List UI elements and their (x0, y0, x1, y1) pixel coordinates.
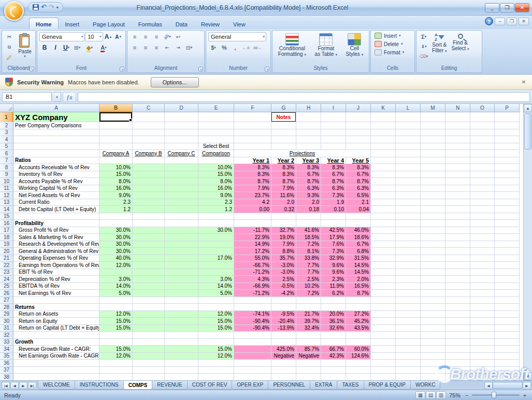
undo-icon[interactable]: ↶ (41, 4, 47, 10)
column-header-G[interactable]: G (271, 104, 296, 112)
cell-D17[interactable] (165, 227, 198, 234)
cell-J25[interactable]: 16.5% (346, 283, 371, 290)
cell-D30[interactable] (165, 318, 198, 325)
zoom-level[interactable]: 75% (449, 392, 461, 398)
cell-D27[interactable] (165, 297, 198, 304)
cell-J19[interactable]: 6.7% (346, 241, 371, 248)
merge-center-icon[interactable]: ⊟▾ (184, 43, 194, 52)
cell-F8[interactable]: 8.3% (234, 164, 271, 171)
cell-E8[interactable]: 10.0% (198, 164, 234, 171)
cell-B23[interactable] (99, 269, 133, 276)
cell-I5[interactable] (321, 143, 346, 151)
cell-K17[interactable] (371, 227, 396, 234)
cell-P1[interactable] (495, 112, 520, 122)
cell-L34[interactable] (396, 346, 421, 353)
cell-G11[interactable]: 7.9% (271, 185, 296, 192)
cell-G12[interactable]: 11.6% (271, 192, 296, 199)
cell-O1[interactable] (470, 112, 495, 122)
cell-N28[interactable] (445, 304, 470, 311)
cell-E23[interactable] (198, 269, 234, 276)
cell-B2[interactable] (99, 122, 133, 129)
cell-E5[interactable]: Select Best (198, 143, 234, 151)
cell-O30[interactable] (470, 318, 495, 325)
cell-D26[interactable] (165, 290, 198, 297)
cell-G14[interactable]: 0.32 (271, 206, 296, 213)
cell-N35[interactable] (445, 353, 470, 360)
cell-D34[interactable] (165, 346, 198, 353)
cell-K32[interactable] (371, 332, 396, 339)
align-bottom-icon[interactable]: ≡ (151, 32, 162, 41)
cell-M3[interactable] (421, 129, 445, 137)
cell-D32[interactable] (165, 332, 198, 339)
cell-N15[interactable] (445, 213, 470, 220)
column-header-M[interactable]: M (421, 104, 445, 112)
cell-C25[interactable] (133, 283, 165, 290)
cell-I13[interactable]: 1.9 (321, 199, 346, 206)
cell-O34[interactable] (470, 346, 495, 353)
cell-D36[interactable] (165, 360, 198, 367)
last-sheet-icon[interactable]: ▶| (28, 382, 36, 389)
cell-E24[interactable]: 3.0% (198, 276, 234, 283)
cell-H32[interactable] (296, 332, 321, 339)
cell-J38[interactable] (346, 374, 371, 380)
cell-B15[interactable] (99, 213, 133, 220)
decrease-decimal-icon[interactable]: .00→ (252, 43, 262, 52)
cell-C21[interactable] (133, 255, 165, 262)
cell-F14[interactable]: 0.00 (234, 206, 271, 213)
cell-H37[interactable] (296, 367, 321, 374)
cell-N1[interactable] (445, 112, 470, 122)
cell-E35[interactable]: 12.0% (198, 353, 234, 360)
cell-O4[interactable] (470, 136, 495, 143)
cell-H3[interactable] (296, 129, 321, 137)
cell-G13[interactable]: 2.0 (271, 199, 296, 206)
cell-B10[interactable]: 8.0% (99, 178, 133, 185)
cell-B25[interactable]: 14.0% (99, 283, 133, 290)
cell-E19[interactable] (198, 241, 234, 248)
cell-E21[interactable]: 17.0% (198, 255, 234, 262)
cell-I17[interactable]: 42.5% (321, 227, 346, 234)
cell-D21[interactable] (165, 255, 198, 262)
cell-O20[interactable] (470, 248, 495, 255)
sheet-tab-workc[interactable]: WORKC (410, 381, 440, 390)
cell-C4[interactable] (133, 136, 165, 143)
cell-D1[interactable] (165, 112, 198, 122)
cell-D11[interactable] (165, 185, 198, 192)
cell-F27[interactable] (234, 297, 271, 304)
cell-I32[interactable] (321, 332, 346, 339)
cell-O24[interactable] (470, 276, 495, 283)
cell-B35[interactable]: 12.0% (99, 353, 133, 360)
copy-icon[interactable]: ⧉ (4, 42, 15, 52)
cell-E15[interactable] (198, 213, 234, 220)
cell-A37[interactable] (13, 367, 99, 374)
cell-M19[interactable] (421, 241, 445, 248)
number-dialog-launcher-icon[interactable]: ↘ (265, 67, 269, 71)
cell-L17[interactable] (396, 227, 421, 234)
cell-G35[interactable]: Negative (271, 353, 296, 360)
cell-E6[interactable]: Comparison (198, 150, 234, 157)
cell-L4[interactable] (396, 136, 421, 143)
cell-N17[interactable] (445, 227, 470, 234)
cell-B18[interactable]: 30.0% (99, 234, 133, 241)
next-sheet-icon[interactable]: ▶ (19, 382, 27, 389)
cell-H28[interactable] (296, 304, 321, 311)
cell-G25[interactable]: -0.5% (271, 283, 296, 290)
cell-K35[interactable] (371, 353, 396, 360)
cell-K16[interactable] (371, 220, 396, 227)
cell-M32[interactable] (421, 332, 445, 339)
cell-F19[interactable]: 14.9% (234, 241, 271, 248)
cell-C29[interactable] (133, 311, 165, 318)
cell-K4[interactable] (371, 136, 396, 143)
page-layout-view-icon[interactable]: ▤ (426, 391, 436, 399)
cell-K3[interactable] (371, 129, 396, 137)
cell-M29[interactable] (421, 311, 445, 318)
cell-G30[interactable]: -20.4% (271, 318, 296, 325)
cell-O18[interactable] (470, 234, 495, 241)
cell-O13[interactable] (470, 199, 495, 206)
cell-I31[interactable]: 32.6% (321, 325, 346, 332)
cell-H11[interactable]: 6.3% (296, 185, 321, 192)
cell-P28[interactable] (495, 304, 520, 311)
sheet-tab-cost-of-rev[interactable]: COST OF REV (187, 381, 233, 390)
delete-cells-button[interactable]: Delete▾ (373, 40, 404, 48)
cell-H26[interactable]: 7.2% (296, 290, 321, 297)
cell-M28[interactable] (421, 304, 445, 311)
